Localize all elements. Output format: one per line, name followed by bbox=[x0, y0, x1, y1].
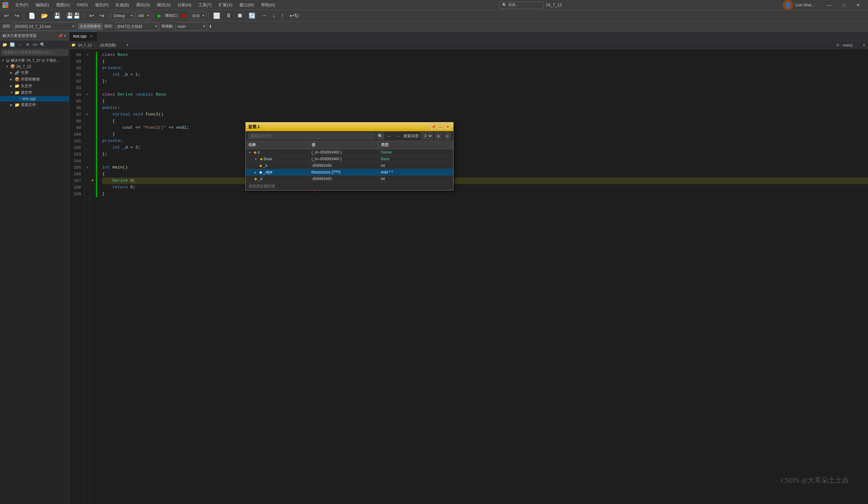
stack-select[interactable]: main bbox=[175, 22, 207, 31]
step-over-btn[interactable]: → bbox=[259, 12, 269, 20]
menu-git[interactable]: Git(G) bbox=[73, 1, 91, 9]
toolbar-btn-2[interactable]: ↪ bbox=[12, 12, 21, 20]
debug-mode-select[interactable]: Debug Release bbox=[111, 12, 134, 20]
menu-extensions[interactable]: 扩展(X) bbox=[215, 1, 235, 9]
live-share-label[interactable]: Live Shar... bbox=[795, 3, 814, 7]
menu-test[interactable]: 测试(S) bbox=[154, 1, 174, 9]
tree-headers[interactable]: ▶ 📁 头文件 bbox=[0, 83, 69, 89]
menu-window[interactable]: 窗口(W) bbox=[236, 1, 257, 9]
debugger-btn-3[interactable]: ⏹ bbox=[235, 12, 245, 20]
watch-row-base[interactable]: ▼ ◆ Base {_b=-858993460 } Base bbox=[246, 156, 453, 162]
auto-select[interactable]: 自动 bbox=[190, 12, 206, 20]
scope-right-select[interactable]: main() bbox=[841, 41, 866, 49]
watch-row-d[interactable]: ▼ ◆ d {_d=-858993460 } Derive bbox=[246, 149, 453, 156]
watch-row-d2[interactable]: ◆ _d -858993460 int bbox=[246, 176, 453, 182]
ref-arrow[interactable]: ▶ bbox=[10, 71, 14, 74]
menu-help[interactable]: 帮助(H) bbox=[258, 1, 278, 9]
vfptr-expand-arrow[interactable]: ▶ bbox=[254, 171, 257, 174]
toolbar-btn-1[interactable]: ↩ bbox=[2, 12, 11, 20]
tree-project[interactable]: ▼ 📦 24_7_12 bbox=[0, 63, 69, 69]
tab-close-btn[interactable]: ✕ bbox=[89, 34, 93, 39]
resources-arrow[interactable]: ▶ bbox=[10, 103, 14, 106]
code-content[interactable]: 88 89 90 91 92 93 94 95 96 97 98 99 100 … bbox=[69, 49, 868, 504]
toolbar-btn-redo[interactable]: ↪ bbox=[97, 12, 107, 20]
scope-left-select[interactable]: (全局范围) bbox=[98, 41, 130, 49]
watch-pin-btn[interactable]: 📌 bbox=[431, 124, 437, 130]
toolbar-btn-save[interactable]: 💾 bbox=[51, 12, 63, 20]
debugger-btn-4[interactable]: 🔄 bbox=[246, 12, 258, 20]
toolbar-btn-open[interactable]: 📂 bbox=[39, 12, 50, 20]
watch-search-btn[interactable]: 🔍 bbox=[377, 133, 384, 140]
extdep-arrow[interactable]: ▶ bbox=[10, 78, 14, 81]
watch-close-btn[interactable]: ✕ bbox=[444, 124, 451, 130]
stop-button[interactable]: ⏹ bbox=[179, 12, 189, 20]
watch-prev-btn[interactable]: ← bbox=[386, 133, 393, 140]
tree-solution[interactable]: ▼ 🗂 解决方案 '24_7_12' (1 个项目,… bbox=[0, 58, 69, 63]
sidebar-search-input[interactable] bbox=[1, 50, 68, 55]
watch-row-vfptr[interactable]: ▶ ◆ _vfptr 0xcccccccc (???) void * * bbox=[246, 169, 453, 176]
fold-105[interactable]: ⊟ bbox=[85, 164, 89, 171]
toolbar-btn-saveall[interactable]: 💾💾 bbox=[64, 12, 82, 20]
maximize-button[interactable]: □ bbox=[836, 0, 851, 10]
sidebar-pin-btn[interactable]: 📌 bbox=[58, 34, 63, 38]
sidebar-tool-2[interactable]: 🔄 bbox=[9, 41, 16, 48]
toolbar-btn-new[interactable]: 📄 bbox=[26, 12, 38, 20]
watch-tool-btn-2[interactable]: ⊟ bbox=[444, 133, 451, 140]
process-select[interactable]: [60392] 24_7_12.exe bbox=[13, 22, 76, 31]
watch-next-btn[interactable]: → bbox=[395, 133, 402, 140]
menu-build[interactable]: 生成(B) bbox=[112, 1, 132, 9]
watch-min-btn[interactable]: — bbox=[437, 124, 444, 130]
watch-search-input[interactable] bbox=[248, 133, 375, 139]
sidebar-tool-5[interactable]: <> bbox=[32, 41, 39, 48]
menu-view[interactable]: 视图(V) bbox=[53, 1, 73, 9]
debugger-btn-1[interactable]: ⬜ bbox=[211, 12, 223, 20]
step-into-btn[interactable]: ↓ bbox=[270, 12, 278, 20]
solution-arrow[interactable]: ▼ bbox=[1, 59, 6, 62]
sources-arrow[interactable]: ▼ bbox=[10, 91, 14, 94]
debugger-btn-2[interactable]: ⏸ bbox=[224, 12, 234, 20]
fold-94[interactable]: ⊟ bbox=[85, 92, 89, 98]
menu-edit[interactable]: 编辑(E) bbox=[32, 1, 52, 9]
stack-dropdown[interactable]: main ▼ bbox=[175, 22, 207, 31]
thread-dropdown[interactable]: [84472] 主线程 ▼ bbox=[115, 22, 159, 31]
sidebar-tool-4[interactable]: ✕ bbox=[24, 41, 31, 48]
tab-testcpp[interactable]: test.cpp ✕ bbox=[69, 32, 97, 41]
stack-nav-btn[interactable]: ⬇ bbox=[209, 24, 212, 29]
fold-97[interactable]: ⊟ bbox=[85, 111, 89, 118]
base-expand-arrow[interactable]: ▼ bbox=[254, 157, 257, 161]
tree-references[interactable]: ▶ 🔗 引用 bbox=[0, 69, 69, 76]
menu-tools[interactable]: 工具(T) bbox=[195, 1, 215, 9]
watch-tool-btn-1[interactable]: ⊞ bbox=[435, 133, 442, 140]
continue-button[interactable]: ▶ bbox=[155, 12, 164, 20]
close-button[interactable]: ✕ bbox=[851, 0, 866, 10]
add-watch-text[interactable]: 添加更监视的项 bbox=[246, 182, 453, 190]
tree-sources[interactable]: ▼ 📁 源文件 bbox=[0, 89, 69, 96]
sidebar-tool-3[interactable]: → bbox=[17, 41, 23, 48]
restart-btn[interactable]: ↩↻ bbox=[287, 12, 301, 20]
minimize-button[interactable]: — bbox=[822, 0, 836, 10]
fold-88[interactable]: ⊟ bbox=[85, 52, 89, 58]
lifecycle-event-badge[interactable]: 生命周期事件 bbox=[78, 23, 103, 30]
platform-dropdown[interactable]: x86 x64 ▼ bbox=[136, 12, 151, 20]
menu-analyze[interactable]: 分析(N) bbox=[174, 1, 195, 9]
scope-right-dropdown[interactable]: ⚙ main() ▼ bbox=[836, 41, 866, 49]
sidebar-tool-6[interactable]: 🔍 bbox=[39, 41, 46, 48]
headers-arrow[interactable]: ▶ bbox=[10, 84, 14, 88]
project-arrow[interactable]: ▼ bbox=[6, 65, 10, 68]
sidebar-close-btn[interactable]: ✕ bbox=[63, 34, 66, 38]
thread-select[interactable]: [84472] 主线程 bbox=[115, 22, 159, 31]
menu-file[interactable]: 文件(F) bbox=[12, 1, 32, 9]
user-avatar[interactable]: 👤 bbox=[783, 0, 793, 10]
sidebar-tool-1[interactable]: 📁 bbox=[1, 41, 8, 48]
step-out-btn[interactable]: ↑ bbox=[279, 12, 286, 20]
tree-ext-deps[interactable]: ▶ 📦 外部依赖项 bbox=[0, 76, 69, 83]
watch-row-b[interactable]: ◆ _b -858993460 int bbox=[246, 162, 453, 169]
process-dropdown[interactable]: [60392] 24_7_12.exe ▼ bbox=[13, 22, 76, 31]
toolbar-btn-undo[interactable]: ↩ bbox=[87, 12, 96, 20]
d-expand-arrow[interactable]: ▼ bbox=[248, 151, 251, 154]
watch-depth-select[interactable]: 3 1 2 5 bbox=[421, 133, 433, 140]
debug-mode-dropdown[interactable]: Debug Release ▼ bbox=[111, 12, 134, 20]
menu-debug[interactable]: 调试(D) bbox=[133, 1, 153, 9]
scope-left-dropdown[interactable]: (全局范围) ▼ bbox=[98, 41, 130, 49]
tree-testcpp[interactable]: + test.cpp bbox=[0, 96, 69, 102]
